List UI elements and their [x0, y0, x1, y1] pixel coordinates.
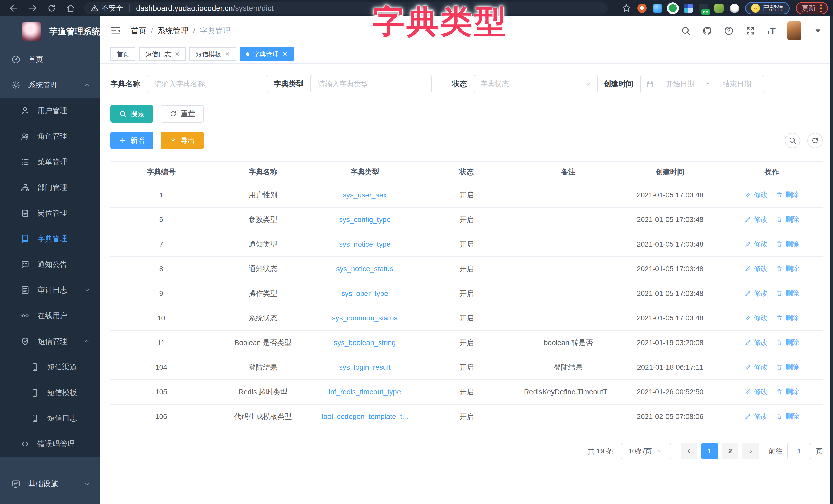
search-icon[interactable]	[681, 26, 691, 35]
sidebar-item-online-user[interactable]: 在线用户	[0, 303, 100, 329]
fullscreen-icon[interactable]	[745, 26, 755, 35]
sidebar-item-user[interactable]: 用户管理	[0, 98, 100, 124]
delete-link[interactable]: 删除	[776, 215, 799, 224]
close-tab-icon[interactable]: ✕	[225, 51, 230, 58]
sidebar-item-post[interactable]: 岗位管理	[0, 200, 100, 226]
delete-link[interactable]: 删除	[776, 362, 799, 372]
export-button[interactable]: 导出	[161, 132, 204, 149]
next-page-button[interactable]	[742, 443, 759, 459]
status-select[interactable]: 字典状态	[474, 75, 598, 93]
reset-button[interactable]: 重置	[161, 105, 204, 123]
profile-paused-chip[interactable]: 已暂停	[745, 2, 790, 14]
page-button-2[interactable]: 2	[722, 443, 738, 459]
dict-type-link[interactable]: sys_boolean_string	[334, 339, 396, 347]
delete-link[interactable]: 删除	[776, 264, 799, 273]
help-icon[interactable]	[724, 26, 734, 35]
close-tab-icon[interactable]: ✕	[282, 51, 287, 58]
reload-icon[interactable]	[47, 3, 56, 13]
dict-type-input[interactable]	[310, 75, 432, 93]
sidebar-item-dept[interactable]: 部门管理	[0, 175, 100, 200]
sidebar-item-menu[interactable]: 菜单管理	[0, 149, 100, 175]
app-logo-row[interactable]: 芋道管理系统	[0, 17, 100, 47]
browser-update-chip[interactable]: 更新	[796, 2, 828, 14]
edit-link[interactable]: 修改	[745, 264, 768, 273]
dict-type-link[interactable]: sys_login_result	[339, 363, 390, 371]
edit-link[interactable]: 修改	[745, 412, 768, 421]
sidebar-item-sms[interactable]: 短信管理	[0, 329, 100, 354]
tab-首页[interactable]: 首页	[110, 47, 136, 61]
sidebar-item-sms-template[interactable]: 短信模板	[0, 380, 100, 406]
collapse-sidebar-icon[interactable]	[110, 25, 121, 36]
delete-link[interactable]: 删除	[776, 289, 799, 298]
dict-type-link[interactable]: sys_notice_type	[339, 240, 390, 248]
sidebar-item-sms-log[interactable]: 短信日志	[0, 406, 100, 431]
sidebar-item-role[interactable]: 角色管理	[0, 124, 100, 149]
edit-link[interactable]: 修改	[745, 240, 768, 249]
date-range-picker[interactable]: 开始日期 ~ 结束日期	[640, 75, 764, 93]
page-button-1[interactable]: 1	[701, 443, 718, 459]
edit-link[interactable]: 修改	[745, 313, 768, 323]
edit-link[interactable]: 修改	[745, 362, 768, 372]
home-icon[interactable]	[66, 3, 75, 13]
extension-icon-green-circle[interactable]	[668, 4, 677, 13]
page-size-select[interactable]: 10条/页	[621, 443, 671, 459]
sidebar-item-system[interactable]: 系统管理	[0, 72, 100, 98]
back-icon[interactable]	[9, 3, 19, 13]
github-icon[interactable]	[703, 26, 712, 35]
edit-link[interactable]: 修改	[745, 215, 768, 224]
extension-icon-blue[interactable]	[653, 4, 662, 13]
dict-type-link[interactable]: sys_notice_status	[336, 265, 394, 273]
delete-link[interactable]: 删除	[776, 240, 799, 249]
breadcrumb-system[interactable]: 系统管理	[158, 26, 188, 36]
dict-type-link[interactable]: sys_oper_type	[341, 289, 388, 297]
font-size-icon[interactable]: тT	[767, 26, 776, 36]
dict-type-link[interactable]: sys_config_type	[339, 216, 390, 224]
forward-icon[interactable]	[28, 3, 38, 13]
goto-page-input[interactable]	[787, 443, 811, 459]
edit-link[interactable]: 修改	[745, 387, 768, 396]
sidebar-item-infra[interactable]: 基础设施	[0, 471, 100, 497]
dict-type-link[interactable]: tool_codegen_template_t...	[322, 412, 408, 421]
prev-page-button[interactable]	[681, 443, 697, 459]
bookmark-star-icon[interactable]	[622, 3, 631, 13]
window-scrollbar-edge[interactable]	[830, 17, 833, 504]
security-warning[interactable]: 不安全	[91, 3, 123, 13]
delete-link[interactable]: 删除	[776, 338, 799, 347]
tab-字典管理[interactable]: 字典管理✕	[240, 47, 293, 61]
dict-type-link[interactable]: sys_user_sex	[343, 191, 387, 199]
sidebar-item-notice[interactable]: 通知公告	[0, 252, 100, 277]
dict-type-link[interactable]: inf_redis_timeout_type	[329, 388, 401, 396]
address-bar[interactable]: 不安全 dashboard.yudao.iocoder.cn/system/di…	[84, 2, 608, 14]
sidebar-item-audit-log[interactable]: 审计日志	[0, 277, 100, 303]
add-button[interactable]: 新增	[110, 132, 153, 149]
delete-link[interactable]: 删除	[776, 412, 799, 421]
delete-link[interactable]: 删除	[776, 313, 799, 323]
extension-icon-plant[interactable]	[714, 4, 724, 13]
sidebar-item-sms-channel[interactable]: 短信渠道	[0, 354, 100, 380]
extension-icon-orange[interactable]	[638, 4, 647, 13]
edit-link[interactable]: 修改	[745, 289, 768, 298]
user-menu-caret-icon[interactable]	[813, 26, 823, 35]
edit-link[interactable]: 修改	[745, 190, 768, 199]
breadcrumb-home[interactable]: 首页	[131, 26, 146, 36]
user-avatar[interactable]	[787, 21, 801, 40]
sidebar-item-home[interactable]: 首页	[0, 47, 100, 72]
delete-link[interactable]: 删除	[776, 387, 799, 396]
edit-link[interactable]: 修改	[745, 338, 768, 347]
browser-menu-icon[interactable]	[820, 4, 822, 12]
dict-type-link[interactable]: sys_common_status	[332, 314, 398, 322]
show-search-toggle-button[interactable]	[785, 133, 800, 148]
close-tab-icon[interactable]: ✕	[174, 51, 180, 58]
tab-短信模板[interactable]: 短信模板✕	[189, 47, 236, 61]
sidebar-item-dict[interactable]: 字典管理	[0, 226, 100, 252]
extension-icon-squares[interactable]	[684, 4, 693, 13]
tab-短信日志[interactable]: 短信日志✕	[139, 47, 186, 61]
dict-name-input[interactable]	[147, 75, 268, 93]
extension-icon-camera-on[interactable]: on	[699, 4, 708, 13]
extension-icon-cat[interactable]	[730, 4, 739, 13]
cell-remark: RedisKeyDefine.TimeoutT...	[517, 380, 619, 404]
delete-link[interactable]: 删除	[776, 190, 799, 199]
search-button[interactable]: 搜索	[110, 105, 153, 123]
refresh-table-button[interactable]	[807, 133, 823, 148]
sidebar-item-error-code[interactable]: 错误码管理	[0, 431, 100, 457]
